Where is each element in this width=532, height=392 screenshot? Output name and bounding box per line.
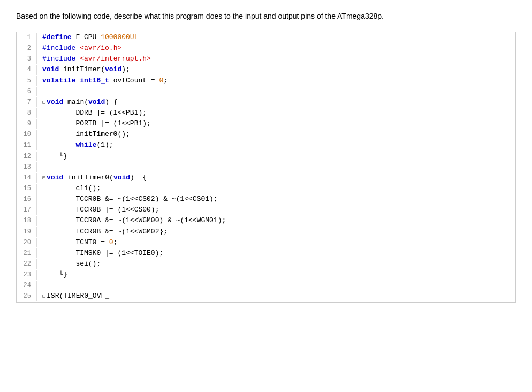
line-number: 8 bbox=[17, 108, 37, 118]
table-row: 13 bbox=[17, 162, 515, 172]
line-number: 4 bbox=[17, 65, 37, 75]
token-kw-void: void bbox=[47, 98, 63, 106]
token-plain: initTimer0(); bbox=[42, 130, 130, 138]
token-kw-while: while bbox=[75, 141, 96, 149]
line-content: initTimer0(); bbox=[42, 129, 515, 140]
token-plain: ovfCount = bbox=[109, 77, 159, 85]
token-kw-volatile: volatile bbox=[42, 77, 75, 85]
token-plain: TCNT0 = bbox=[42, 238, 109, 246]
line-number: 1 bbox=[17, 33, 37, 43]
line-content: TCCR0B &= ~(1<<CS02) & ~(1<<CS01); bbox=[42, 194, 515, 205]
line-content: TCCR0B &= ~(1<<WGM02}; bbox=[42, 227, 515, 237]
token-kw-void: void bbox=[113, 174, 130, 182]
token-plain: F_CPU bbox=[72, 33, 101, 41]
line-content: void initTimer(void); bbox=[42, 64, 515, 75]
line-number: 14 bbox=[17, 173, 37, 183]
line-content: └} bbox=[42, 151, 515, 162]
table-row: 2#include <avr/io.h> bbox=[17, 43, 515, 54]
line-content: volatile int16_t ovfCount = 0; bbox=[42, 76, 515, 86]
fold-icon[interactable]: ⊟ bbox=[42, 100, 45, 105]
token-plain: sei(); bbox=[42, 260, 101, 268]
token-plain: ; bbox=[163, 77, 168, 85]
line-number: 18 bbox=[17, 216, 37, 226]
token-kw-void: void bbox=[88, 98, 105, 106]
table-row: 23 └} bbox=[17, 269, 515, 280]
table-row: 6 bbox=[17, 86, 515, 97]
token-plain bbox=[42, 141, 75, 149]
token-plain: cli(); bbox=[42, 184, 101, 192]
table-row: 22 sei(); bbox=[17, 259, 515, 269]
table-row: 5volatile int16_t ovfCount = 0; bbox=[17, 76, 515, 86]
table-row: 1#define F_CPU 1000000UL bbox=[17, 32, 515, 43]
line-number: 19 bbox=[17, 227, 37, 237]
line-number: 12 bbox=[17, 152, 37, 162]
line-number: 13 bbox=[17, 162, 37, 172]
table-row: 21 TIMSK0 |= (1<<TOIE0); bbox=[17, 248, 515, 259]
line-content: cli(); bbox=[42, 183, 515, 194]
line-number: 11 bbox=[17, 140, 37, 150]
line-number: 17 bbox=[17, 205, 37, 215]
token-kw-void: void bbox=[42, 65, 59, 73]
table-row: 7⊟void main(void) { bbox=[17, 97, 515, 108]
line-number: 22 bbox=[17, 259, 37, 269]
token-include-path: <avr/interrupt.h> bbox=[80, 55, 151, 63]
token-include-path: <avr/io.h> bbox=[80, 44, 121, 52]
line-content: ⊟ISR(TIMER0_OVF_ bbox=[42, 291, 515, 301]
line-number: 7 bbox=[17, 97, 37, 108]
token-plain: ISR(TIMER0_OVF_ bbox=[47, 292, 109, 300]
line-content: while(1); bbox=[42, 140, 515, 150]
token-plain: TCCR0A &= ~(1<<WGM00) & ~(1<<WGM01); bbox=[42, 216, 226, 224]
token-plain: ) { bbox=[130, 174, 147, 182]
table-row: 10 initTimer0(); bbox=[17, 129, 515, 140]
line-content: sei(); bbox=[42, 259, 515, 269]
table-row: 20 TCNT0 = 0; bbox=[17, 237, 515, 248]
token-plain: TCCR0B &= ~(1<<CS02) & ~(1<<CS01); bbox=[42, 195, 218, 203]
table-row: 19 TCCR0B &= ~(1<<WGM02}; bbox=[17, 227, 515, 237]
token-plain: ) { bbox=[105, 98, 117, 106]
line-content: #define F_CPU 1000000UL bbox=[42, 32, 515, 43]
line-number: 5 bbox=[17, 76, 37, 86]
table-row: 17 TCCR0B |= (1<<CS00); bbox=[17, 205, 515, 215]
line-number: 21 bbox=[17, 248, 37, 259]
code-block: 1#define F_CPU 1000000UL2#include <avr/i… bbox=[16, 32, 516, 303]
code-body: 1#define F_CPU 1000000UL2#include <avr/i… bbox=[17, 32, 515, 302]
line-content: ⊟void main(void) { bbox=[42, 97, 515, 108]
token-kw-void: void bbox=[47, 174, 63, 182]
line-content: TCCR0A &= ~(1<<WGM00) & ~(1<<WGM01); bbox=[42, 215, 515, 226]
table-row: 3#include <avr/interrupt.h> bbox=[17, 54, 515, 64]
token-plain: TCCR0B |= (1<<CS00); bbox=[42, 206, 159, 214]
line-number: 2 bbox=[17, 43, 37, 54]
line-number: 24 bbox=[17, 281, 37, 291]
token-kw-include: #include bbox=[42, 44, 75, 52]
line-number: 20 bbox=[17, 238, 37, 248]
token-plain: (1); bbox=[96, 141, 113, 149]
line-number: 9 bbox=[17, 119, 37, 129]
line-content bbox=[42, 280, 515, 291]
table-row: 14⊟void initTimer0(void) { bbox=[17, 172, 515, 183]
line-content: #include <avr/interrupt.h> bbox=[42, 54, 515, 64]
token-plain: PORTB |= (1<<PB1); bbox=[42, 119, 151, 127]
line-number: 10 bbox=[17, 130, 37, 140]
token-plain: ); bbox=[121, 65, 130, 73]
line-content: TIMSK0 |= (1<<TOIE0); bbox=[42, 248, 515, 259]
token-plain: initTimer( bbox=[59, 65, 105, 73]
table-row: 25⊟ISR(TIMER0_OVF_ bbox=[17, 291, 515, 301]
token-kw-int16: int16_t bbox=[80, 77, 109, 85]
line-content: DDRB |= (1<<PB1); bbox=[42, 108, 515, 118]
table-row: 18 TCCR0A &= ~(1<<WGM00) & ~(1<<WGM01); bbox=[17, 215, 515, 226]
token-plain: main( bbox=[63, 98, 88, 106]
line-content: PORTB |= (1<<PB1); bbox=[42, 118, 515, 129]
token-number: 0 bbox=[109, 238, 113, 246]
fold-icon[interactable]: ⊟ bbox=[42, 175, 45, 181]
line-content: TCNT0 = 0; bbox=[42, 237, 515, 248]
token-plain: DDRB |= (1<<PB1); bbox=[42, 109, 147, 117]
line-content: TCCR0B |= (1<<CS00); bbox=[42, 205, 515, 215]
line-number: 25 bbox=[17, 291, 37, 301]
description-text: Based on the following code, describe wh… bbox=[16, 11, 391, 22]
token-plain: TIMSK0 |= (1<<TOIE0); bbox=[42, 249, 163, 257]
table-row: 12 └} bbox=[17, 151, 515, 162]
token-plain: └} bbox=[42, 270, 67, 278]
fold-icon[interactable]: ⊟ bbox=[42, 293, 45, 299]
token-plain: ; bbox=[113, 238, 118, 246]
token-plain: TCCR0B &= ~(1<<WGM02}; bbox=[42, 228, 168, 236]
